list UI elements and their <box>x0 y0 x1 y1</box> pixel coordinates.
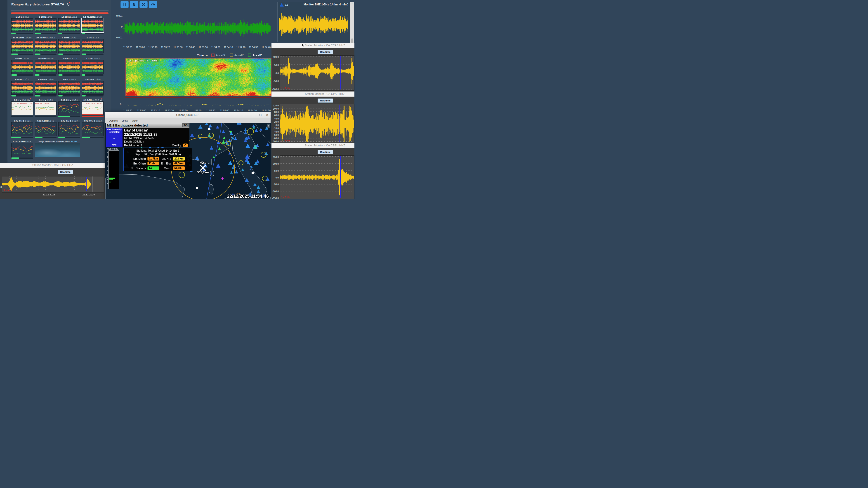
legend-item-AccelZ[interactable]: AccelZ: <box>248 54 263 57</box>
hz-cell-1-20Hz[interactable]: 1-20Hz1.2/6.2 <box>35 15 57 34</box>
station-y-tick: 100,0 <box>273 163 279 165</box>
hz-cell-0.001-0.1Hz[interactable]: 0.001-0.1Hz0.7/4.5 <box>11 140 33 159</box>
region-name: Bay of Biscay <box>124 128 188 132</box>
levels-button[interactable] <box>130 1 138 8</box>
bell-icon[interactable] <box>66 2 70 6</box>
hz-cell-0.5-2.5Hz[interactable]: 0.5-2.5Hz1.3/6.0 <box>82 78 103 96</box>
globalquake-titlebar[interactable]: GlobalQuake 1.0.1 – ▢ ✕ <box>105 112 271 118</box>
maximize-icon[interactable]: ▢ <box>257 113 264 117</box>
menu-item-options[interactable]: Options <box>107 119 119 122</box>
rms-trace-chart <box>123 101 271 109</box>
hz-cell-10-40Hz[interactable]: 10-40Hz1.3/11.0 <box>58 57 80 76</box>
legend-checkbox[interactable] <box>230 54 233 57</box>
globalquake-window-title: GlobalQuake 1.0.1 <box>126 113 250 117</box>
legend-item-AccelY[interactable]: AccelY: <box>230 54 244 57</box>
time-tick: 11:53:20 <box>165 109 174 112</box>
hz-panel-title: Rangos Hz y detectores STA/LTA <box>11 2 64 6</box>
hz-cell-1-5Hz[interactable]: 1-5Hz1.1/6.8 <box>82 36 103 55</box>
bell-alert-dot <box>69 2 70 3</box>
minimize-icon[interactable]: – <box>250 113 257 117</box>
hz-cell-10-20Hz[interactable]: 10-20Hz1.1/11.2 <box>58 15 80 34</box>
stat-label: Err. Origin <box>131 162 146 165</box>
globalquake-menubar: OptionsLinksOpen <box>105 118 271 123</box>
quality-badge: C <box>183 143 188 147</box>
station-y-tick: 80,0 <box>274 111 279 113</box>
cfon-time-tick: 22.12.202511:54:00 <box>79 193 99 196</box>
magnitude-tick: 2 <box>107 183 108 185</box>
stat-value-badge: 20,8km <box>173 157 185 161</box>
gauge-button[interactable] <box>149 1 157 8</box>
accel-legend: Time: -- AccelX:AccelY:AccelZ: <box>197 54 263 57</box>
cfon-title: Station Monitor - CA CFON HHZ <box>32 164 73 167</box>
hz-cell-0.7-8Hz[interactable]: 0.7-8Hz1.0/7.6 <box>11 78 33 96</box>
station-y-tick: -100,0 <box>272 140 279 143</box>
time-tick: 11:54:20 <box>237 46 246 48</box>
station-realtime-button[interactable]: Realtime <box>318 50 333 54</box>
hz-cell-0.05-0.1Hz[interactable]: 0.05-0.1Hz3.4/9.0 <box>58 119 80 138</box>
pause-button[interactable] <box>121 1 129 8</box>
hz-cell-0.1-49.99Hz[interactable]: 0.1-49.99Hz1.2/12.0 <box>82 15 103 34</box>
station-y-tick: -80,0 <box>274 137 279 140</box>
station-title: Station Monitor - CA CCAS HHZ <box>305 44 345 47</box>
menu-item-links[interactable]: Links <box>120 119 129 122</box>
hz-cell-0.1-1Hz[interactable]: 0.1-1Hz1.1/3.5 <box>35 98 57 117</box>
legend-checkbox[interactable] <box>211 54 215 57</box>
levels-icon <box>132 2 136 6</box>
legend-checkbox[interactable] <box>248 54 251 57</box>
magnitude-title: Magnitude <box>107 147 119 150</box>
collapse-panel-button[interactable]: < <box>267 124 270 128</box>
magnitude-tick: 8 <box>107 156 108 158</box>
hz-cell-5-10Hz[interactable]: 5-10Hz1.0/10.2 <box>58 36 80 55</box>
depth-value: Depth: 305,7km <box>124 140 188 143</box>
station-y-tick: 20,0 <box>274 121 279 123</box>
alert-counter[interactable]: 2/3 <box>182 123 189 127</box>
station-y-tick: 50,0 <box>274 170 279 172</box>
clock-button[interactable] <box>140 1 148 8</box>
hz-cell-10-49.99Hz[interactable]: 10-49.99Hz1.3/12.0 <box>11 36 33 55</box>
hz-cell-20-30Hz[interactable]: 20-30Hz0.5/10.0 <box>35 57 57 76</box>
station-realtime-button[interactable]: Realtime <box>318 150 333 154</box>
hz-cell-0.05-0.9Hz[interactable]: 0.05-0.9Hz1.1/7.0 <box>58 98 80 117</box>
hz-cell-0.01-0.05Hz[interactable]: 0.01-0.05Hz0.2/6.0 <box>82 119 103 138</box>
globalquake-map-area: M2,9 305,7km M2,9 Earthquake detected 2/… <box>105 123 271 199</box>
sea-state-tile: Oleaje moderado. Sentido olas: <box>35 140 80 159</box>
map-clock: 22/12/2025 11:54:46 <box>227 194 269 199</box>
hz-cell-1-10Hz[interactable]: 1-10Hz0.8/7.5 <box>11 15 33 34</box>
hypocenter-stats-box: Stations: Total 15 Used 14/14 Err 5 Dept… <box>123 148 192 171</box>
quality-label: Quality: <box>172 144 182 147</box>
gauge-icon <box>151 2 155 6</box>
time-tick: 11:54:10 <box>234 109 243 112</box>
max-intensity-box: Max. Intensity Estimated - MMI <box>106 128 123 147</box>
cfon-header: Station Monitor - CA CFON HHZ <box>0 163 105 168</box>
intensity-label-2: Estimated <box>106 131 123 133</box>
globalquake-window: GlobalQuake 1.0.1 – ▢ ✕ OptionsLinksOpen… <box>105 112 271 199</box>
hz-cell-0.05-0.5Hz[interactable]: 0.05-0.5Hz2.4/3.5 <box>11 119 33 138</box>
hz-cell-0.1-0.8Hz[interactable]: 0.1-0.8Hz4.2/3.8 <box>82 98 103 117</box>
magnitude-tick: 3 <box>107 178 108 181</box>
hz-cell-0.7-2Hz[interactable]: 0.7-2Hz1.4/6.4 <box>82 57 103 76</box>
hz-ranges-panel: Rangos Hz y detectores STA/LTA 1-10Hz0.8… <box>7 0 111 162</box>
magnitude-meter <box>108 151 119 189</box>
station-triangle-icon <box>280 3 284 6</box>
spectrogram-divider <box>125 97 271 98</box>
hz-cell-3-20Hz[interactable]: 3-20Hz1.3/13.5 <box>11 57 33 76</box>
hz-cell-0.02-0.1Hz[interactable]: 0.02-0.1Hz0.2/4.0 <box>35 119 57 138</box>
magnitude-tick: 1 <box>107 187 108 189</box>
hz-cell-3-8Hz[interactable]: 3-8Hz1.2/12.0 <box>58 78 80 96</box>
station-y-tick: 40,0 <box>274 118 279 120</box>
close-icon[interactable]: ✕ <box>264 113 271 117</box>
left-edge-strip <box>0 0 7 163</box>
hz-cell-20-49.99Hz[interactable]: 20-49.99Hz0.9/15.2 <box>35 36 57 55</box>
alert-title: M2,9 Earthquake detected <box>106 123 182 127</box>
scrollbar-up-icon[interactable]: ▲ <box>350 2 354 4</box>
menu-item-open[interactable]: Open <box>130 119 140 122</box>
hz-cell-1.5-4.5Hz[interactable]: 1.5-4.5Hz1.2/8.8 <box>35 78 57 96</box>
hz-cell-0.5-1Hz[interactable]: 0.5-1Hz1.5/4.6 <box>11 98 33 117</box>
station-realtime-button[interactable]: Realtime <box>318 98 333 103</box>
cfon-realtime-button[interactable]: Realtime <box>58 170 73 174</box>
legend-item-AccelX[interactable]: AccelX: <box>211 54 226 57</box>
time-tick: 11:53:10 <box>148 46 157 48</box>
time-tick: 11:53:20 <box>161 46 170 48</box>
station-y-tick: 60,0 <box>274 114 279 117</box>
station-y-tick: 0,0 <box>276 124 279 127</box>
